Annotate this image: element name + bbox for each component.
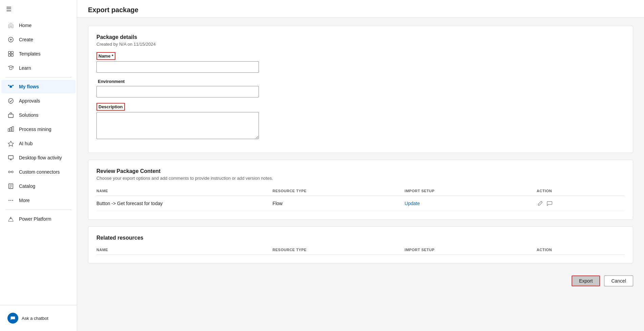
action-icons: [537, 200, 625, 207]
sidebar-divider-2: [5, 209, 71, 210]
svg-rect-3: [8, 51, 10, 53]
related-resources-table: NAME RESOURCE TYPE IMPORT SETUP ACTION: [96, 245, 625, 255]
sidebar-item-approvals[interactable]: Approvals: [1, 94, 75, 108]
sidebar-divider: [5, 77, 71, 78]
svg-rect-4: [11, 51, 13, 53]
row-resource-type: Flow: [272, 201, 404, 206]
chatbot-label: Ask a chatbot: [22, 316, 48, 321]
create-icon: [7, 36, 14, 43]
row-import-setup-link[interactable]: Update: [405, 201, 537, 206]
svg-rect-15: [8, 129, 10, 131]
edit-icon[interactable]: [537, 200, 543, 207]
col-header-name: NAME: [96, 189, 272, 193]
svg-rect-17: [12, 127, 14, 131]
svg-point-8: [9, 85, 12, 88]
chatbot-button[interactable]: Ask a chatbot: [1, 309, 75, 327]
sidebar-item-custom-connectors[interactable]: Custom connectors: [1, 165, 75, 179]
sidebar-item-desktop-flow-activity[interactable]: Desktop flow activity: [1, 151, 75, 164]
svg-point-31: [12, 200, 13, 201]
footer-actions: Export Cancel: [77, 271, 644, 290]
hamburger-icon[interactable]: ☰: [0, 0, 77, 18]
package-details-card: Package details Created by N/A on 11/15/…: [88, 26, 633, 153]
sidebar-item-home[interactable]: Home: [1, 19, 75, 32]
sidebar-item-more[interactable]: More: [1, 194, 75, 207]
svg-marker-18: [8, 141, 14, 146]
description-label: Description: [96, 103, 125, 111]
rel-col-header-resource-type: RESOURCE TYPE: [272, 248, 404, 252]
name-field-group: Name *: [96, 52, 625, 73]
row-actions: [537, 200, 625, 207]
rel-col-header-import-setup: IMPORT SETUP: [405, 248, 537, 252]
approvals-icon: [7, 97, 14, 104]
review-package-table: NAME RESOURCE TYPE IMPORT SETUP ACTION B…: [96, 186, 625, 211]
sidebar-item-ai-hub[interactable]: AI hub: [1, 137, 75, 150]
svg-point-13: [8, 98, 13, 103]
comment-icon[interactable]: [546, 200, 553, 207]
sidebar-item-process-mining[interactable]: Process mining: [1, 123, 75, 136]
sidebar-item-ai-hub-label: AI hub: [19, 141, 32, 146]
col-header-action: ACTION: [537, 189, 625, 193]
myflows-icon: [7, 83, 14, 90]
review-package-title: Review Package Content: [96, 168, 625, 174]
col-header-resource-type: RESOURCE TYPE: [272, 189, 404, 193]
package-details-title: Package details: [96, 34, 625, 40]
svg-point-10: [13, 85, 14, 86]
sidebar-item-create-label: Create: [19, 37, 33, 42]
svg-rect-19: [8, 156, 13, 159]
sidebar-item-templates[interactable]: Templates: [1, 47, 75, 61]
col-header-import-setup: IMPORT SETUP: [405, 189, 537, 193]
table-row: Button -> Get forecast for today Flow Up…: [96, 196, 625, 211]
templates-icon: [7, 50, 14, 57]
review-package-card: Review Package Content Choose your expor…: [88, 160, 633, 220]
sidebar-item-my-flows-label: My flows: [19, 84, 39, 89]
sidebar-item-solutions[interactable]: Solutions: [1, 108, 75, 122]
main-content: Export package Package details Created b…: [77, 0, 644, 331]
sidebar-item-learn-label: Learn: [19, 65, 31, 71]
name-input[interactable]: [96, 61, 259, 73]
environment-label: Environment: [96, 78, 126, 85]
svg-point-29: [8, 200, 9, 201]
environment-input[interactable]: [96, 86, 259, 97]
content-area: Package details Created by N/A on 11/15/…: [77, 18, 644, 271]
process-mining-icon: [7, 126, 14, 133]
sidebar-item-process-mining-label: Process mining: [19, 127, 51, 132]
related-resources-title: Related resources: [96, 235, 625, 241]
ai-hub-icon: [7, 140, 14, 147]
sidebar-item-my-flows[interactable]: My flows: [1, 80, 75, 93]
sidebar-bottom: Ask a chatbot: [0, 305, 77, 331]
home-icon: [7, 22, 14, 29]
page-header: Export package: [77, 0, 644, 18]
desktop-flow-icon: [7, 154, 14, 161]
custom-connectors-icon: [7, 169, 14, 175]
solutions-icon: [7, 112, 14, 118]
sidebar-item-power-platform[interactable]: Power Platform: [1, 212, 75, 226]
catalog-icon: [7, 183, 14, 190]
svg-point-22: [8, 171, 10, 173]
description-input[interactable]: [96, 112, 259, 139]
description-field-group: Description: [96, 103, 625, 139]
sidebar-item-catalog[interactable]: Catalog: [1, 179, 75, 193]
export-button[interactable]: Export: [572, 275, 600, 286]
svg-point-23: [12, 171, 13, 173]
rel-col-header-name: NAME: [96, 248, 272, 252]
rel-col-header-action: ACTION: [537, 248, 625, 252]
sidebar-item-home-label: Home: [19, 23, 31, 28]
sidebar-item-approvals-label: Approvals: [19, 98, 40, 104]
name-label: Name *: [96, 52, 115, 60]
row-name: Button -> Get forecast for today: [96, 201, 272, 206]
sidebar-item-create[interactable]: Create: [1, 33, 75, 46]
review-package-subtitle: Choose your export options and add comme…: [96, 176, 625, 181]
chatbot-icon: [7, 313, 18, 324]
svg-point-9: [8, 85, 9, 86]
svg-rect-14: [8, 114, 13, 117]
package-details-subtitle: Created by N/A on 11/15/2024: [96, 42, 625, 47]
related-table-header: NAME RESOURCE TYPE IMPORT SETUP ACTION: [96, 245, 625, 255]
more-icon: [7, 197, 14, 204]
sidebar-item-learn[interactable]: Learn: [1, 61, 75, 75]
svg-point-30: [10, 200, 12, 201]
sidebar-item-solutions-label: Solutions: [19, 112, 39, 118]
page-title: Export package: [88, 6, 633, 14]
cancel-button[interactable]: Cancel: [604, 275, 633, 286]
sidebar-power-platform-label: Power Platform: [19, 216, 51, 222]
review-table-header: NAME RESOURCE TYPE IMPORT SETUP ACTION: [96, 186, 625, 196]
